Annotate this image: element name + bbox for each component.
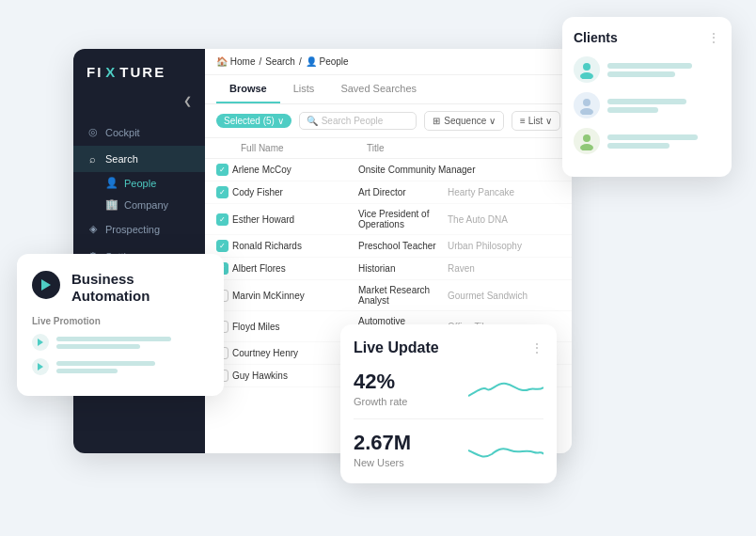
table-row[interactable]: Marvin McKinneyMarket Research AnalystGo…: [205, 280, 572, 311]
avatar-2: [574, 92, 600, 118]
row-name: Cody Fisher: [232, 187, 354, 197]
avatar-3: [574, 128, 600, 154]
live-metric-users: 2.67M New Users: [354, 431, 543, 468]
row-title: Market Research Analyst: [358, 285, 444, 306]
clients-header: Clients ⋮: [574, 30, 720, 45]
client-item-3: [574, 128, 720, 154]
search-box[interactable]: 🔍 Search People: [299, 112, 417, 130]
checkbox-header: [216, 143, 237, 153]
row-name: Ronald Richards: [232, 241, 354, 251]
biz-section-label: Live Promotion: [32, 316, 209, 326]
biz-play-small-2[interactable]: [32, 358, 49, 375]
toolbar: Selected (5) ∨ 🔍 Search People ⊞ Sequenc…: [205, 104, 572, 138]
sidebar-item-company[interactable]: 🏢 Company: [100, 194, 205, 215]
svg-point-3: [580, 108, 593, 115]
table-row[interactable]: ✓Albert FloresHistorianRaven: [205, 258, 572, 280]
tab-browse[interactable]: Browse: [216, 75, 280, 103]
biz-header: Business Automation: [32, 271, 209, 305]
live-header: Live Update ⋮: [354, 339, 543, 356]
client-line-2a: [607, 99, 686, 104]
row-name: Esther Howard: [232, 214, 354, 225]
clients-title: Clients: [574, 30, 618, 45]
column-fullname: Full Name: [241, 143, 363, 153]
breadcrumb-search[interactable]: Search: [265, 56, 295, 67]
client-line-3b: [607, 143, 669, 149]
biz-line-1a: [56, 337, 171, 341]
row-title: Art Director: [358, 187, 444, 197]
biz-list-item-2: [32, 358, 209, 375]
search-icon: ⌕: [87, 153, 99, 165]
biz-play-button[interactable]: [32, 271, 60, 299]
row-name: Guy Hawkins: [232, 370, 354, 381]
live-users-value: 2.67M: [354, 431, 411, 455]
row-title: Historian: [358, 263, 444, 274]
tab-bar: Browse Lists Saved Searches: [205, 75, 572, 104]
biz-line-2b: [56, 369, 118, 373]
live-metric-growth-left: 42% Growth rate: [354, 370, 407, 407]
live-growth-label: Growth rate: [354, 396, 407, 407]
table-row[interactable]: ✓Esther HowardVice President of Operatio…: [205, 204, 572, 235]
breadcrumb-home[interactable]: 🏠 Home: [216, 56, 255, 67]
client-lines-1: [607, 63, 720, 77]
svg-point-5: [580, 144, 593, 150]
svg-point-4: [583, 134, 591, 142]
column-title: Title: [367, 143, 560, 153]
row-checkbox[interactable]: ✓: [216, 240, 228, 252]
users-sparkline: [468, 434, 543, 466]
company-icon: 🏢: [105, 198, 118, 211]
sidebar-item-people[interactable]: 👤 People: [100, 172, 205, 194]
svg-marker-7: [38, 339, 43, 346]
row-name: Albert Flores: [232, 263, 354, 274]
app-logo: FIXTURE: [73, 64, 205, 95]
sidebar-item-cockpit[interactable]: ◎ Cockpit: [73, 118, 205, 146]
row-name: Arlene McCoy: [232, 165, 354, 175]
sequence-icon: ⊞: [433, 116, 440, 126]
row-checkbox[interactable]: ✓: [216, 164, 228, 176]
svg-marker-8: [38, 363, 43, 370]
sidebar-subnav: 👤 People 🏢 Company: [73, 172, 205, 215]
live-metric-users-left: 2.67M New Users: [354, 431, 411, 468]
table-row[interactable]: ✓Cody FisherArt DirectorHearty Pancake: [205, 181, 572, 204]
biz-title: Business Automation: [71, 271, 209, 305]
live-title: Live Update: [354, 339, 439, 356]
prospecting-icon: ◈: [87, 223, 99, 235]
sidebar-item-prospecting[interactable]: ◈ Prospecting: [73, 215, 205, 243]
biz-line-group-2: [56, 361, 209, 373]
tab-lists[interactable]: Lists: [280, 75, 328, 103]
live-growth-value: 42%: [354, 370, 407, 394]
biz-line-1b: [56, 344, 140, 349]
client-item-1: [574, 56, 720, 83]
client-line-1a: [607, 63, 692, 69]
clients-menu-button[interactable]: ⋮: [707, 30, 720, 45]
table-row[interactable]: ✓Arlene McCoyOnsite Community Manager: [205, 159, 572, 181]
business-automation-panel: Business Automation Live Promotion: [17, 254, 224, 396]
svg-point-1: [580, 72, 593, 79]
live-users-label: New Users: [354, 457, 411, 468]
sidebar-collapse-btn[interactable]: ❮: [73, 95, 205, 118]
people-icon: 👤: [105, 177, 118, 189]
breadcrumb: 🏠 Home / Search / 👤 People: [205, 49, 572, 75]
biz-line-group-1: [56, 337, 209, 349]
list-view-button[interactable]: ≡ List ∨: [512, 111, 560, 131]
client-lines-3: [607, 134, 720, 149]
tab-saved-searches[interactable]: Saved Searches: [327, 75, 430, 103]
client-line-3a: [607, 134, 698, 140]
svg-point-2: [583, 99, 591, 106]
row-company: Raven: [448, 263, 560, 274]
cockpit-icon: ◎: [87, 126, 99, 138]
svg-marker-6: [41, 279, 51, 291]
row-checkbox[interactable]: ✓: [216, 186, 228, 198]
table-row[interactable]: ✓Ronald RichardsPreschool TeacherUrban P…: [205, 235, 572, 258]
client-item-2: [574, 92, 720, 118]
selected-badge[interactable]: Selected (5) ∨: [216, 114, 291, 128]
clients-panel: Clients ⋮: [562, 17, 732, 177]
biz-play-small-1[interactable]: [32, 334, 49, 351]
live-menu-button[interactable]: ⋮: [530, 340, 543, 355]
row-checkbox[interactable]: ✓: [216, 213, 228, 226]
row-company: The Auto DNA: [448, 214, 560, 225]
growth-sparkline: [468, 372, 543, 405]
sequence-button[interactable]: ⊞ Sequence ∨: [424, 111, 504, 131]
row-name: Courtney Henry: [232, 348, 354, 358]
breadcrumb-section[interactable]: 👤 People: [306, 56, 349, 67]
sidebar-item-search[interactable]: ⌕ Search: [73, 146, 205, 172]
